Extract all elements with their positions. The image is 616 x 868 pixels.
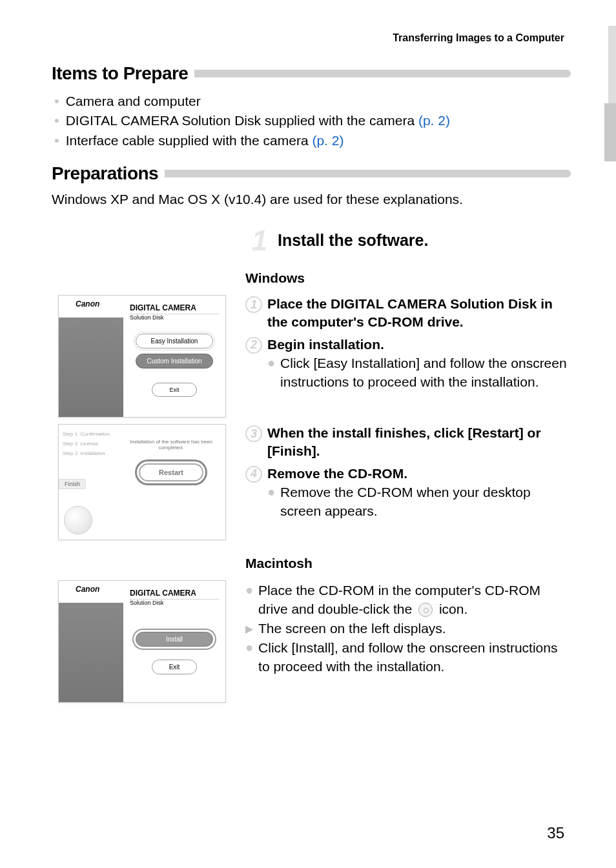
mac-step-line: ● Click [Install], and follow the onscre…	[245, 639, 571, 676]
page-edge-shadow	[608, 26, 616, 103]
restart-button[interactable]: Restart	[139, 463, 203, 481]
installer-subtitle: Solution Disk	[130, 314, 219, 321]
substep-title: When the install finishes, click [Restar…	[267, 424, 571, 459]
substep-body-text: Click [Easy Installation] and follow the…	[280, 354, 571, 391]
content-row: DIGITAL CAMERA Solution Disk Install Exi…	[52, 580, 571, 703]
mac-step-line: ● Place the CD-ROM in the computer's CD-…	[245, 581, 571, 618]
decorative-sphere-icon	[64, 506, 92, 534]
bullet-icon: •	[54, 92, 59, 111]
bullet-icon: •	[54, 131, 59, 150]
cd-disc-icon	[418, 603, 433, 617]
installer-screenshot-easy: DIGITAL CAMERA Solution Disk Easy Instal…	[58, 295, 226, 418]
installer-complete-panel: Installation of the software has been co…	[117, 425, 225, 540]
easy-installation-button[interactable]: Easy Installation	[136, 334, 213, 348]
substep-title: Remove the CD-ROM.	[267, 465, 571, 482]
install-button[interactable]: Install	[136, 632, 213, 647]
installer-brand: DIGITAL CAMERA	[130, 303, 219, 314]
heading-bar	[165, 170, 571, 177]
installer-right-panel: DIGITAL CAMERA Solution Disk Easy Instal…	[123, 296, 225, 417]
installer-left-panel	[59, 296, 123, 417]
step-number-large: 1	[245, 227, 274, 255]
mac-line1b: icon.	[435, 601, 467, 616]
mac-line3: Click [Install], and follow the onscreen…	[258, 639, 571, 676]
installer-screenshot-mac: DIGITAL CAMERA Solution Disk Install Exi…	[58, 580, 226, 703]
item-text: Interface cable supplied with the camera	[66, 133, 313, 148]
heading-bar	[194, 70, 571, 77]
instruction-column: 1 Place the DIGITAL CAMERA Solution Disk…	[245, 295, 571, 396]
prep-intro-text: Windows XP and Mac OS X (v10.4) are used…	[52, 192, 571, 207]
install-complete-text: Installation of the software has been co…	[122, 439, 220, 450]
installer-left-panel	[59, 581, 123, 702]
item-text: Camera and computer	[66, 92, 201, 111]
instruction-column: ● Place the CD-ROM in the computer's CD-…	[245, 580, 571, 676]
substep-body-text: Remove the CD-ROM when your desktop scre…	[280, 483, 571, 520]
step-title: Install the software.	[278, 227, 428, 250]
installer-subtitle: Solution Disk	[130, 600, 219, 606]
substep-body: ● Remove the CD-ROM when your desktop sc…	[267, 483, 571, 520]
preps-heading-text: Preparations	[52, 163, 158, 184]
substep-title: Begin installation.	[267, 336, 571, 353]
installer-brand: DIGITAL CAMERA	[130, 589, 219, 600]
custom-installation-button[interactable]: Custom Installation	[136, 354, 213, 368]
screenshot-column: DIGITAL CAMERA Solution Disk Install Exi…	[52, 580, 245, 703]
screenshot-column: Step 1 Confirmation Step 2 License Step …	[52, 424, 245, 540]
substep-number-icon: 3	[245, 425, 262, 442]
exit-button[interactable]: Exit	[152, 383, 197, 397]
installer-right-panel: DIGITAL CAMERA Solution Disk Install Exi…	[123, 581, 225, 702]
section-tab-marker	[604, 103, 616, 161]
preparations-heading: Preparations	[52, 163, 571, 184]
content-row: DIGITAL CAMERA Solution Disk Easy Instal…	[52, 295, 571, 418]
substep-number-icon: 2	[245, 337, 262, 354]
bullet-icon: ●	[267, 483, 275, 501]
installer-screenshot-restart: Step 1 Confirmation Step 2 License Step …	[58, 424, 226, 540]
mac-step-line: ▶ The screen on the left displays.	[245, 620, 571, 638]
bullet-icon: ●	[245, 639, 253, 656]
list-item: • Camera and computer	[54, 92, 571, 111]
macintosh-subheading: Macintosh	[245, 556, 571, 571]
list-item: • Interface cable supplied with the came…	[54, 131, 571, 150]
substep-3: 3 When the install finishes, click [Rest…	[245, 424, 571, 459]
substep-body: ● Click [Easy Installation] and follow t…	[267, 354, 571, 391]
content-row: Step 1 Confirmation Step 2 License Step …	[52, 424, 571, 540]
mac-line1a: Place the CD-ROM in the computer's CD-RO…	[258, 583, 540, 616]
bullet-icon: •	[54, 111, 59, 130]
page-reference-link[interactable]: (p. 2)	[418, 113, 450, 128]
items-heading-text: Items to Prepare	[52, 63, 188, 84]
bullet-icon: ●	[267, 354, 275, 372]
items-list: • Camera and computer • DIGITAL CAMERA S…	[54, 92, 571, 150]
installer-steps-panel: Step 1 Confirmation Step 2 License Step …	[59, 425, 117, 540]
windows-subheading: Windows	[245, 270, 571, 286]
substep-4: 4 Remove the CD-ROM. ● Remove the CD-ROM…	[245, 465, 571, 520]
list-item: • DIGITAL CAMERA Solution Disk supplied …	[54, 111, 571, 130]
arrow-icon: ▶	[245, 622, 253, 636]
bullet-icon: ●	[245, 581, 253, 599]
screenshot-column: DIGITAL CAMERA Solution Disk Easy Instal…	[52, 295, 245, 418]
substep-number-icon: 4	[245, 466, 262, 483]
instruction-column: 3 When the install finishes, click [Rest…	[245, 424, 571, 525]
substep-number-icon: 1	[245, 296, 262, 313]
items-to-prepare-heading: Items to Prepare	[52, 63, 571, 84]
substep-2: 2 Begin installation. ● Click [Easy Inst…	[245, 336, 571, 391]
page-number: 35	[547, 824, 564, 842]
page-reference-link[interactable]: (p. 2)	[312, 133, 344, 148]
exit-button[interactable]: Exit	[152, 660, 197, 674]
substep-1: 1 Place the DIGITAL CAMERA Solution Disk…	[245, 295, 571, 330]
mac-line2: The screen on the left displays.	[258, 620, 446, 638]
substep-title: Place the DIGITAL CAMERA Solution Disk i…	[267, 295, 571, 330]
running-header: Transferring Images to a Computer	[52, 32, 571, 44]
main-step-row: 1 Install the software.	[52, 227, 571, 255]
finish-tab: Finish	[59, 479, 86, 489]
item-text: DIGITAL CAMERA Solution Disk supplied wi…	[66, 113, 418, 128]
